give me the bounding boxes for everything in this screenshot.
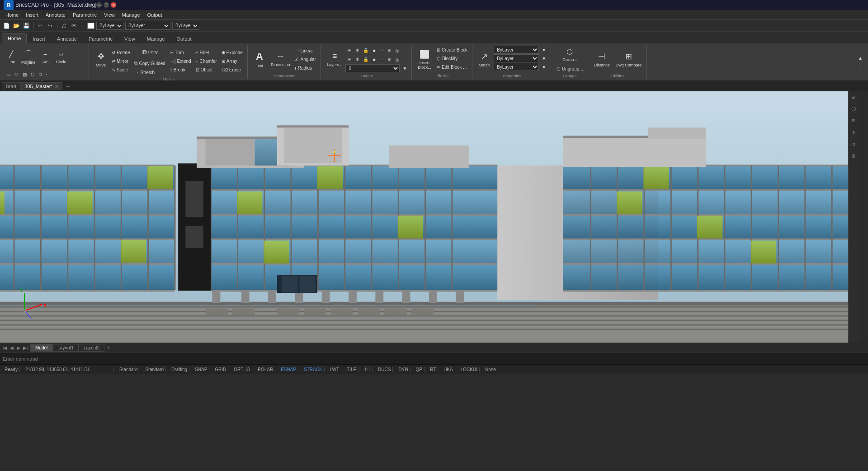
tab-annotate[interactable]: Annotate xyxy=(51,34,83,43)
ribbon-minimize-button[interactable]: ▲ xyxy=(856,54,864,62)
menu-annotate[interactable]: Annotate xyxy=(42,11,69,19)
layout-last-button[interactable]: ▶| xyxy=(22,345,28,351)
erase-button[interactable]: ⌫ Erase xyxy=(220,66,245,74)
dimension-button[interactable]: ↔ Dimension xyxy=(269,46,292,73)
trim-button[interactable]: ✂ Trim xyxy=(168,48,193,57)
mirror-button[interactable]: ⇌ Mirror xyxy=(110,57,132,65)
break-button[interactable]: ⌇ Break xyxy=(168,66,193,74)
tile-toggle[interactable]: TILE xyxy=(345,367,359,372)
lwt-toggle[interactable]: LWT xyxy=(328,367,341,372)
layer-icon-5[interactable]: ■ xyxy=(371,55,377,63)
layer-prop-arrow[interactable]: ▼ xyxy=(540,46,548,54)
new-file-button[interactable]: 📄 xyxy=(2,21,11,30)
region-button[interactable]: ⬡ xyxy=(29,70,37,78)
dim-angular-button[interactable]: ∠ Angular xyxy=(293,55,317,63)
properties-panel-button[interactable]: ≡ xyxy=(849,93,858,101)
layer-icon-7[interactable]: ≡ xyxy=(387,55,393,63)
qp-toggle[interactable]: QP xyxy=(414,367,425,372)
polar-toggle[interactable]: POLAR xyxy=(256,367,275,372)
layout-tab-layout1[interactable]: Layout1 xyxy=(52,344,79,352)
point-button[interactable]: · xyxy=(44,70,49,78)
create-block-button[interactable]: ⊞ Create Block xyxy=(435,46,469,54)
color-property-select[interactable]: ByLayer xyxy=(494,54,539,62)
layer-freeze-button[interactable]: ❄ xyxy=(354,46,361,54)
ungroup-button[interactable]: ⬡ Ungroup... xyxy=(555,65,585,73)
circle-button[interactable]: ○ Circle xyxy=(53,46,69,68)
add-layout-button[interactable]: + xyxy=(104,344,112,352)
rotate-button[interactable]: ↺ Rotate xyxy=(110,48,132,57)
print-button[interactable]: 🖨 xyxy=(60,21,69,30)
layer-plot-button[interactable]: 🖨 xyxy=(393,46,401,54)
layout-tab-layout2[interactable]: Layout2 xyxy=(79,344,105,352)
layer-lwt-button[interactable]: ≡ xyxy=(387,46,393,54)
calculator-button[interactable]: fx xyxy=(849,140,858,148)
menu-parametric[interactable]: Parametric xyxy=(69,11,100,19)
dwg-compare-button[interactable]: ⊞ Dwg Compare xyxy=(613,46,644,73)
layers-panel-button[interactable]: ≋ xyxy=(849,117,858,125)
linetype-prop-arrow[interactable]: ▼ xyxy=(540,63,548,71)
wipeout-button[interactable]: □ xyxy=(37,70,43,78)
command-input[interactable] xyxy=(3,356,865,362)
rectangle-button[interactable]: ▭ xyxy=(5,70,12,78)
current-layer-select[interactable]: 0 xyxy=(345,64,400,72)
lineweight-select[interactable]: ByLayer xyxy=(172,22,199,30)
layer-property-select[interactable]: ByLayer xyxy=(494,46,539,54)
insert-block-button[interactable]: ⬜ InsertBlock... xyxy=(415,46,434,73)
doc-tab-305master[interactable]: 305_Master* ✕ xyxy=(20,82,62,90)
ortho-toggle[interactable]: ORTHO xyxy=(232,367,252,372)
edit-block-button[interactable]: ✏ Edit Block ... xyxy=(435,63,469,71)
hatch-button[interactable]: ▨ xyxy=(21,70,28,78)
array-button[interactable]: ⊞ Array xyxy=(220,57,245,65)
drawing-explorer-button[interactable]: ⊞ xyxy=(849,128,858,137)
save-button[interactable]: 💾 xyxy=(22,21,31,30)
menu-view[interactable]: View xyxy=(100,11,118,19)
blockify-button[interactable]: ⬡ Blockify xyxy=(435,54,469,62)
layer-icon-8[interactable]: 🖨 xyxy=(393,55,401,63)
fillet-button[interactable]: ⌐ Fillet xyxy=(194,48,219,57)
extend-button[interactable]: →| Extend xyxy=(168,57,193,65)
snap-toggle[interactable]: SNAP xyxy=(193,367,209,372)
app-logo[interactable]: B xyxy=(4,0,14,10)
layer-color-button[interactable]: ■ xyxy=(371,46,377,54)
layer-toggle-button[interactable]: ☀ xyxy=(345,46,353,54)
move-button[interactable]: ✥ Move xyxy=(93,46,109,73)
copy-guided-button[interactable]: ⧉ Copy Guided xyxy=(132,59,167,67)
layer-icon-6[interactable]: — xyxy=(378,55,386,63)
print-preview-button[interactable]: 👁 xyxy=(70,21,79,30)
tab-insert[interactable]: Insert xyxy=(27,34,51,43)
menu-manage[interactable]: Manage xyxy=(118,11,144,19)
doc-tab-close[interactable]: ✕ xyxy=(55,84,58,89)
open-file-button[interactable]: 📂 xyxy=(12,21,21,30)
minimize-button[interactable]: — xyxy=(96,2,102,8)
grid-toggle[interactable]: GRID xyxy=(213,367,228,372)
rt-toggle[interactable]: RT xyxy=(428,367,438,372)
blocks-panel-button[interactable]: ⬡ xyxy=(849,105,858,113)
group-button[interactable]: ⬡ Group... xyxy=(555,46,585,64)
dim-linear-button[interactable]: ⊣ Linear xyxy=(293,47,317,55)
stretch-button[interactable]: ↔ Stretch xyxy=(132,68,167,76)
layout-tab-model[interactable]: Model xyxy=(30,344,52,352)
arc-button[interactable]: ⌢ Arc xyxy=(39,46,52,68)
snap-settings-button[interactable]: ⊕ xyxy=(849,152,858,160)
match-button[interactable]: ↗ Match xyxy=(476,46,492,73)
chamfer-button[interactable]: ⌐ Chamfer xyxy=(194,57,219,65)
tab-output[interactable]: Output xyxy=(171,34,198,43)
ribbon-expand-button[interactable]: ⋮ xyxy=(856,62,864,70)
menu-output[interactable]: Output xyxy=(144,11,166,19)
layer-linetype-button[interactable]: — xyxy=(378,46,386,54)
hka-toggle[interactable]: HKA xyxy=(442,367,455,372)
menu-insert[interactable]: Insert xyxy=(22,11,42,19)
linetype-property-select[interactable]: ByLayer xyxy=(494,63,539,71)
viewport[interactable]: X Y ≡ ⬡ ≋ ⊞ fx ⊕ xyxy=(0,91,858,343)
distance-button[interactable]: ⊣ Distance xyxy=(592,46,612,73)
tab-view[interactable]: View xyxy=(118,34,141,43)
ducs-toggle[interactable]: DUCS xyxy=(376,367,393,372)
ellipse-button[interactable]: ⬭ xyxy=(13,70,20,78)
copy-button[interactable]: ⧉ Copy xyxy=(132,46,167,58)
polyline-button[interactable]: ⌒ Polyline xyxy=(19,46,38,68)
color-prop-arrow[interactable]: ▼ xyxy=(540,54,548,62)
redo-button[interactable]: ↪ xyxy=(46,21,55,30)
color-select[interactable]: ByLayer xyxy=(96,22,123,30)
undo-button[interactable]: ↩ xyxy=(36,21,45,30)
maximize-button[interactable]: ❐ xyxy=(104,2,109,8)
